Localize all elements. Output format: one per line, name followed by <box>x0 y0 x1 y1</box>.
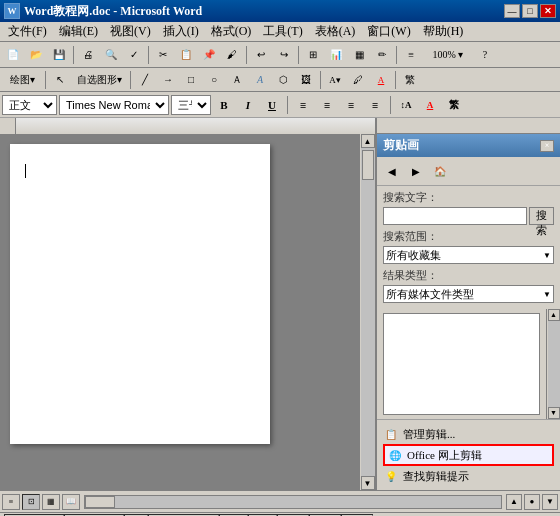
autoshapes-btn[interactable]: 自选图形▾ <box>72 69 127 91</box>
next-page-btn[interactable]: ▼ <box>542 494 558 510</box>
insert-table[interactable]: ⊞ <box>302 44 324 66</box>
wordart-tool[interactable]: A <box>249 69 271 91</box>
select-browse-btn[interactable]: ● <box>524 494 540 510</box>
rect-tool[interactable]: □ <box>180 69 202 91</box>
reading-view-btn[interactable]: 📖 <box>62 494 80 510</box>
textbox-tool[interactable]: Ａ <box>226 69 248 91</box>
search-input[interactable] <box>383 207 527 225</box>
diagram-tool[interactable]: ⬡ <box>272 69 294 91</box>
page-view-btn[interactable]: ▦ <box>42 494 60 510</box>
scope-dropdown[interactable]: 所有收藏集 ▼ <box>383 246 554 264</box>
minimize-button[interactable]: — <box>504 4 520 18</box>
line-color[interactable]: 🖊 <box>347 69 369 91</box>
arrow-tool[interactable]: → <box>157 69 179 91</box>
cn-format[interactable]: 繁 <box>443 95 465 115</box>
align-center[interactable]: ≡ <box>316 95 338 115</box>
toolbar-sep-4 <box>298 46 299 64</box>
bold-button[interactable]: B <box>213 95 235 115</box>
menu-edit[interactable]: 编辑(E) <box>53 21 104 42</box>
scroll-thumb[interactable] <box>362 150 374 180</box>
save-button[interactable]: 💾 <box>48 44 70 66</box>
columns-button[interactable]: ▦ <box>348 44 370 66</box>
new-button[interactable]: 📄 <box>2 44 24 66</box>
underline-button[interactable]: U <box>261 95 283 115</box>
fill-color[interactable]: A▾ <box>324 69 346 91</box>
scroll-up-button[interactable]: ▲ <box>361 134 375 148</box>
draw-menu[interactable]: 绘图▾ <box>2 69 42 91</box>
drawing-button[interactable]: ✏ <box>371 44 393 66</box>
panel-pin-button[interactable]: × <box>540 140 554 152</box>
manage-clips-item[interactable]: 📋 管理剪辑... <box>383 424 554 444</box>
menu-format[interactable]: 格式(O) <box>205 21 258 42</box>
maximize-button[interactable]: □ <box>522 4 538 18</box>
justify[interactable]: ≡ <box>364 95 386 115</box>
open-button[interactable]: 📂 <box>25 44 47 66</box>
menu-view[interactable]: 视图(V) <box>104 21 157 42</box>
manage-label: 管理剪辑... <box>403 427 455 442</box>
menu-help[interactable]: 帮助(H) <box>417 21 470 42</box>
scroll-track[interactable] <box>361 148 375 476</box>
panel-home-button[interactable]: 🏠 <box>429 160 451 182</box>
search-button[interactable]: 搜索 <box>529 207 554 225</box>
spell-button[interactable]: ✓ <box>123 44 145 66</box>
tips-item[interactable]: 💡 查找剪辑提示 <box>383 466 554 486</box>
online-icon: 🌐 <box>387 447 403 463</box>
scope-arrow: ▼ <box>543 251 551 260</box>
status-bar: 1 页 1 节 1/1 位置 2.5厘米 1 行 1 列 录制 修订 扩展 <box>0 512 560 516</box>
italic-button[interactable]: I <box>237 95 259 115</box>
menu-file[interactable]: 文件(F) <box>2 21 53 42</box>
main-area: ▲ ▼ 剪贴画 × ◀ ▶ 🏠 搜索文字： 搜索 <box>0 134 560 490</box>
panel-scroll-up[interactable]: ▲ <box>548 309 560 321</box>
help-btn[interactable]: ? <box>474 44 496 66</box>
style-dropdown[interactable]: 正文 <box>2 95 57 115</box>
cn-btn[interactable]: 繁 <box>399 69 421 91</box>
scroll-down-button[interactable]: ▼ <box>361 476 375 490</box>
panel-scroll-down[interactable]: ▼ <box>548 407 560 419</box>
font-color-fmt[interactable]: A <box>419 95 441 115</box>
select-objects[interactable]: ↖ <box>49 69 71 91</box>
undo-button[interactable]: ↩ <box>250 44 272 66</box>
print-preview-button[interactable]: 🔍 <box>100 44 122 66</box>
line-spacing[interactable]: ↕A <box>395 95 417 115</box>
panel-header: 剪贴画 × <box>377 134 560 157</box>
type-dropdown[interactable]: 所有媒体文件类型 ▼ <box>383 285 554 303</box>
font-color[interactable]: A <box>370 69 392 91</box>
copy-button[interactable]: 📋 <box>175 44 197 66</box>
outline-view-btn[interactable]: ⊡ <box>22 494 40 510</box>
fmt-sep-2 <box>390 96 391 114</box>
scope-label: 搜索范围： <box>383 229 554 244</box>
oval-tool[interactable]: ○ <box>203 69 225 91</box>
tips-label: 查找剪辑提示 <box>403 469 469 484</box>
clipart-tool[interactable]: 🖼 <box>295 69 317 91</box>
font-dropdown[interactable]: Times New Roman <box>59 95 169 115</box>
office-online-item[interactable]: 🌐 Office 网上剪辑 <box>383 444 554 466</box>
align-right[interactable]: ≡ <box>340 95 362 115</box>
cut-button[interactable]: ✂ <box>152 44 174 66</box>
prev-page-btn[interactable]: ▲ <box>506 494 522 510</box>
print-button[interactable]: 🖨 <box>77 44 99 66</box>
zoom-dropdown[interactable]: 100% ▾ <box>423 44 473 66</box>
window-title: Word教程网.doc - Microsoft Word <box>24 3 202 20</box>
align-left[interactable]: ≡ <box>292 95 314 115</box>
menu-table[interactable]: 表格(A) <box>309 21 362 42</box>
insert-excel[interactable]: 📊 <box>325 44 347 66</box>
toolbar-sep-1 <box>73 46 74 64</box>
normal-view-btn[interactable]: ≡ <box>2 494 20 510</box>
paste-button[interactable]: 📌 <box>198 44 220 66</box>
close-button[interactable]: ✕ <box>540 4 556 18</box>
format-painter[interactable]: 🖌 <box>221 44 243 66</box>
redo-button[interactable]: ↪ <box>273 44 295 66</box>
panel-forward-button[interactable]: ▶ <box>405 160 427 182</box>
toolbar-sep-3 <box>246 46 247 64</box>
menu-window[interactable]: 窗口(W) <box>361 21 416 42</box>
menu-tools[interactable]: 工具(T) <box>257 21 308 42</box>
size-dropdown[interactable]: 三号 <box>171 95 211 115</box>
horizontal-ruler <box>16 118 375 134</box>
panel-back-button[interactable]: ◀ <box>381 160 403 182</box>
doc-map-button[interactable]: ≡ <box>400 44 422 66</box>
line-tool[interactable]: ╱ <box>134 69 156 91</box>
search-section: 搜索文字： 搜索 搜索范围： 所有收藏集 ▼ 结果类型： 所有媒体文件类型 ▼ <box>377 186 560 309</box>
menu-insert[interactable]: 插入(I) <box>157 21 205 42</box>
panel-title: 剪贴画 <box>383 137 419 154</box>
draw-sep-1 <box>45 71 46 89</box>
